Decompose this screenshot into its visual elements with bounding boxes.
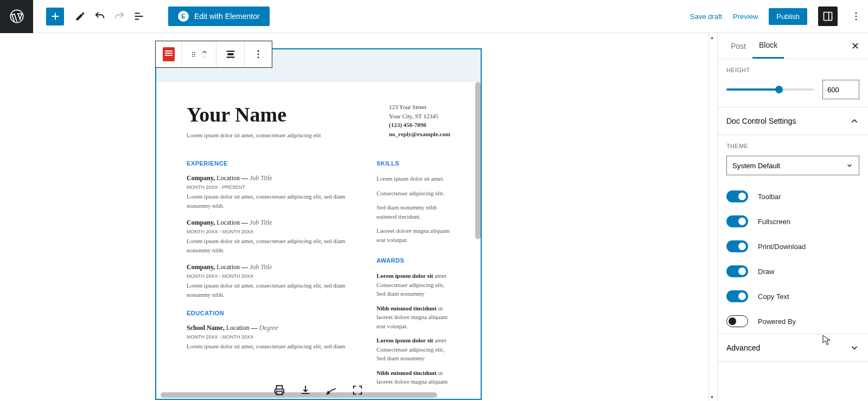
tab-block[interactable]: Block (752, 33, 784, 59)
toggle-powered-by[interactable] (726, 315, 748, 327)
edit-icon[interactable] (71, 7, 90, 26)
award-item: Nibh euismod tincidunt ut laoreet dolore… (376, 368, 450, 386)
contact-street: 123 Your Street (389, 103, 450, 112)
skill-item: Lorem ipsum dolor sit amet. (376, 174, 450, 183)
contact-email: no_reply@example.com (389, 130, 450, 139)
svg-point-5 (192, 52, 193, 53)
svg-rect-1 (824, 12, 832, 21)
doc-vertical-scrollbar[interactable] (475, 82, 481, 239)
section-education: EDUCATION (187, 310, 355, 316)
close-sidebar-icon[interactable]: ✕ (849, 38, 861, 54)
toggle-fullscreen[interactable] (726, 215, 748, 227)
save-draft-link[interactable]: Save draft (690, 12, 722, 21)
preview-link[interactable]: Preview (733, 12, 758, 21)
svg-point-13 (258, 57, 259, 59)
svg-point-11 (258, 50, 259, 52)
job-entry: Company, Location — Job Title MONTH 20XX… (187, 219, 355, 254)
print-icon[interactable] (272, 383, 287, 398)
canvas-scrollbar[interactable]: ▴▾ (709, 33, 717, 401)
document-content: Your Name Lorem ipsum dolor sit amet, co… (156, 82, 481, 399)
height-input[interactable] (822, 80, 859, 99)
add-block-button[interactable] (46, 8, 64, 26)
tab-post[interactable]: Post (724, 34, 752, 58)
download-icon[interactable] (298, 383, 313, 398)
toggle-copy-text[interactable] (726, 290, 748, 302)
settings-sidebar: Post Block ✕ HEIGHT Doc Control Settings… (717, 33, 868, 401)
elementor-label: Edit with Elementor (194, 12, 260, 21)
settings-panel-toggle[interactable] (818, 7, 838, 26)
draw-icon[interactable] (324, 383, 339, 398)
height-label: HEIGHT (726, 67, 859, 73)
doc-action-bar (265, 379, 372, 401)
section-experience: EXPERIENCE (187, 160, 355, 167)
svg-point-12 (258, 54, 259, 55)
chevron-down-icon (850, 343, 859, 353)
section-skills: SKILLS (376, 160, 450, 167)
toggle-print-download[interactable] (726, 240, 748, 252)
redo-icon[interactable] (110, 7, 129, 26)
move-down-icon[interactable] (201, 55, 208, 59)
education-entry: School Name, Location — Degree MONTH 20X… (187, 324, 355, 351)
award-item: Lorem ipsum dolor sit amet Consectetuer … (376, 336, 450, 363)
chevron-down-icon (846, 162, 853, 169)
doc-control-settings-panel[interactable]: Doc Control Settings (718, 107, 868, 135)
advanced-panel[interactable]: Advanced (718, 334, 868, 362)
move-up-icon[interactable] (201, 50, 208, 54)
fullscreen-icon[interactable] (350, 383, 365, 398)
svg-point-3 (856, 16, 857, 17)
job-entry: Company, Location — Job Title MONTH 20XX… (187, 263, 355, 299)
award-item: Lorem ipsum dolor sit amet Consectetuer … (376, 271, 450, 298)
height-slider[interactable] (726, 88, 814, 91)
edit-with-elementor-button[interactable]: E Edit with Elementor (168, 7, 270, 26)
svg-point-8 (194, 54, 195, 55)
more-options-icon[interactable] (848, 7, 864, 26)
doc-tagline: Lorem ipsum dolor sit amet, consectetuer… (187, 132, 321, 138)
doc-contact: 123 Your Street Your City, ST 12345 (123… (389, 103, 450, 138)
wordpress-logo[interactable] (0, 0, 33, 33)
theme-select[interactable]: System Default (726, 156, 859, 175)
section-awards: AWARDS (376, 257, 450, 264)
editor-canvas: Your Name Lorem ipsum dolor sit amet, co… (0, 33, 717, 401)
svg-point-10 (194, 56, 195, 57)
block-drag-handle[interactable] (182, 41, 216, 67)
block-align-icon[interactable] (216, 41, 245, 67)
skill-item: Consectetuer adipiscing elit. (376, 189, 450, 198)
award-item: Nibh euismod tincidunt ut laoreet dolore… (376, 304, 450, 331)
contact-phone: (123) 456-7890 (389, 120, 450, 130)
svg-point-4 (856, 19, 857, 21)
document-block[interactable]: Your Name Lorem ipsum dolor sit amet, co… (155, 48, 482, 400)
toggle-draw[interactable] (726, 265, 748, 277)
svg-point-7 (192, 54, 193, 55)
svg-point-9 (192, 56, 193, 57)
skill-item: Sed diam nonummy nibh euismod tincidunt. (376, 203, 450, 221)
theme-label: THEME (726, 143, 859, 149)
job-entry: Company, Location — Job Title MONTH 20XX… (187, 174, 355, 210)
publish-button[interactable]: Publish (769, 8, 807, 25)
elementor-icon: E (178, 11, 189, 22)
undo-icon[interactable] (90, 7, 110, 26)
block-more-icon[interactable] (245, 41, 272, 67)
contact-city: Your City, ST 12345 (389, 112, 450, 121)
doc-name: Your Name (187, 103, 321, 126)
skill-item: Laoreet dolore magna aliquam erat volutp… (376, 226, 450, 244)
svg-point-2 (856, 12, 857, 14)
chevron-up-icon (850, 116, 859, 126)
top-toolbar: E Edit with Elementor Save draft Preview… (0, 0, 868, 33)
block-toolbar (155, 41, 272, 68)
block-type-icon[interactable] (156, 41, 182, 67)
toggle-toolbar[interactable] (726, 190, 748, 202)
document-outline-icon[interactable] (129, 7, 149, 26)
svg-point-6 (194, 52, 195, 53)
